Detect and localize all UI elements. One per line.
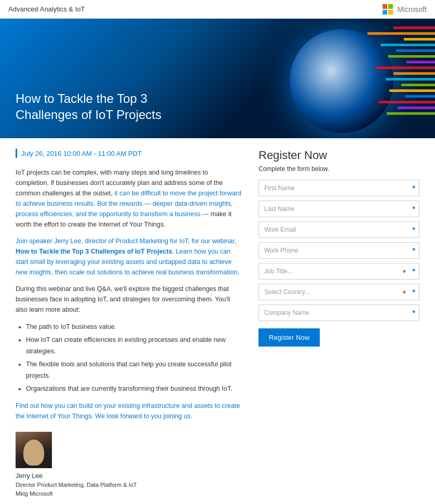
- color-bar: [401, 84, 435, 86]
- color-bar: [387, 112, 435, 115]
- required-star: *: [413, 205, 415, 213]
- link-text-find: Find out how you can build on your exist…: [16, 402, 240, 420]
- hero-banner: How to Tackle the Top 3 Challenges of Io…: [0, 19, 435, 138]
- color-bar: [380, 44, 435, 46]
- speaker-name: Jerry Lee: [16, 472, 243, 480]
- company-name-input[interactable]: [259, 304, 419, 321]
- hero-content: How to Tackle the Top 3 Challenges of Io…: [16, 90, 213, 123]
- required-star: *: [413, 309, 415, 317]
- color-bar: [368, 32, 435, 35]
- hero-title: How to Tackle the Top 3 Challenges of Io…: [16, 90, 213, 123]
- main-content: July 26, 2016 10:00 AM - 11:00 AM PDT Io…: [0, 138, 435, 504]
- color-bar: [396, 49, 435, 52]
- ms-logo-red: [383, 4, 387, 9]
- left-column: July 26, 2016 10:00 AM - 11:00 AM PDT Io…: [16, 149, 243, 498]
- work-phone-input[interactable]: [259, 242, 419, 259]
- work-phone-field: *: [259, 242, 419, 259]
- page-header: Advanced Analytics & IoT Microsoft: [0, 0, 435, 19]
- job-title-select[interactable]: Job Title...: [259, 263, 419, 280]
- country-field: Select Country... ▼ *: [259, 284, 419, 300]
- color-bar: [398, 107, 435, 109]
- webinar-title: How to Tackle the Top 3 Challenges of Io…: [16, 248, 172, 255]
- required-star: *: [413, 267, 415, 275]
- work-email-input[interactable]: [259, 221, 419, 238]
- link-text: it can be difficult to move the project …: [16, 190, 241, 218]
- body-para3: During this webinar and live Q&A, we'll …: [16, 284, 243, 315]
- body-para2: Join speaker Jerry Lee, director of Prod…: [16, 236, 243, 277]
- last-name-field: *: [259, 201, 419, 217]
- first-name-field: *: [259, 180, 419, 196]
- color-bar: [389, 89, 435, 92]
- microsoft-logo: Microsoft: [383, 4, 427, 15]
- right-column: Register Now Complete the form below. * …: [259, 149, 419, 498]
- link-text-join: Join speaker Jerry Lee, director of Prod…: [16, 237, 239, 276]
- color-bar: [405, 95, 435, 98]
- work-email-field: *: [259, 221, 419, 238]
- list-item: How IoT can create efficiencies in exist…: [26, 334, 243, 357]
- color-bar: [404, 38, 435, 41]
- color-bar: [375, 67, 435, 69]
- ms-logo-blue: [383, 10, 387, 15]
- hero-lines: [331, 19, 435, 138]
- company-name-field: *: [259, 304, 419, 321]
- color-bar: [393, 72, 435, 75]
- hero-visual: [201, 19, 435, 138]
- first-name-input[interactable]: [259, 180, 419, 196]
- body-para4: Find out how you can build on your exist…: [16, 401, 243, 421]
- list-item: The flexible tools and solutions that ca…: [26, 359, 243, 382]
- color-bar: [386, 78, 435, 81]
- speaker-photo: [16, 432, 52, 468]
- color-bar: [406, 61, 435, 63]
- color-bar: [388, 55, 435, 58]
- event-date: July 26, 2016 10:00 AM - 11:00 AM PDT: [16, 149, 243, 158]
- register-button[interactable]: Register Now: [259, 328, 320, 347]
- required-star: *: [413, 246, 415, 255]
- speaker-title-line1: Director Product Marketing, Data Platfor…: [16, 481, 243, 489]
- country-select[interactable]: Select Country...: [259, 284, 419, 300]
- register-subtitle: Complete the form below.: [259, 165, 419, 173]
- required-star: *: [413, 288, 415, 296]
- color-bar: [393, 26, 435, 29]
- speaker-title-line2: Mktg Microsoft: [16, 489, 243, 498]
- required-star: *: [413, 184, 415, 192]
- ms-logo-green: [388, 4, 393, 9]
- job-title-field: Job Title... ▼ *: [259, 263, 419, 280]
- body-para1: IoT projects can be complex, with many s…: [16, 167, 243, 230]
- ms-logo-yellow: [388, 10, 393, 15]
- last-name-input[interactable]: [259, 201, 419, 217]
- color-bar: [379, 101, 435, 103]
- ms-logo-text: Microsoft: [397, 5, 427, 14]
- list-item: Organizations that are currently transfo…: [26, 383, 243, 395]
- list-item: The path to IoT business value.: [26, 321, 243, 333]
- bullet-list: The path to IoT business value. How IoT …: [26, 321, 243, 394]
- required-star: *: [413, 226, 415, 234]
- site-title: Advanced Analytics & IoT: [8, 5, 85, 13]
- ms-logo-grid: [383, 4, 393, 15]
- register-title: Register Now: [259, 149, 419, 162]
- speaker-photo-face: [23, 440, 44, 466]
